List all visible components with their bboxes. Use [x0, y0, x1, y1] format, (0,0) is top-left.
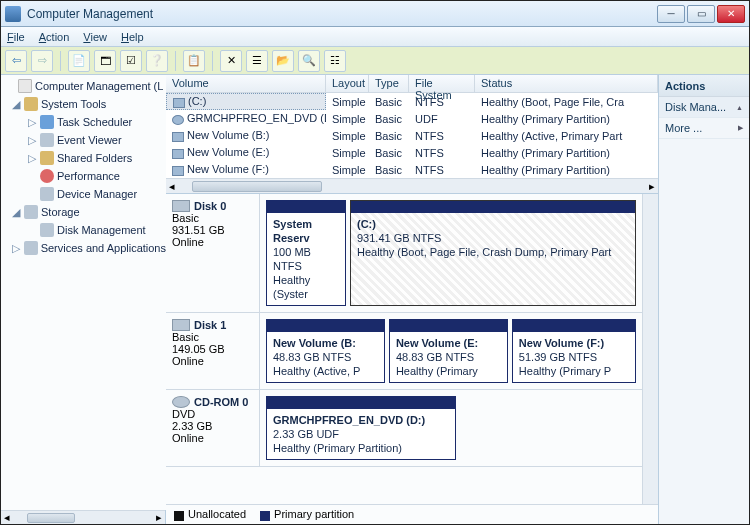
main-area: Computer Management (L ◢System Tools ▷Ta…: [1, 75, 749, 524]
up-button[interactable]: 📄: [68, 50, 90, 72]
settings-button[interactable]: ☰: [246, 50, 268, 72]
tree-event-viewer[interactable]: ▷Event Viewer: [1, 131, 166, 149]
menu-view[interactable]: View: [83, 31, 107, 43]
partition[interactable]: System Reserv100 MB NTFSHealthy (Syster: [266, 200, 346, 306]
tree-services[interactable]: ▷Services and Applications: [1, 239, 166, 257]
collapse-icon: ▲: [736, 104, 743, 111]
tree-shared-folders[interactable]: ▷Shared Folders: [1, 149, 166, 167]
disk-state: Online: [172, 355, 253, 367]
drive-icon: [172, 166, 184, 176]
tree-disk-management[interactable]: Disk Management: [1, 221, 166, 239]
disk-v-scrollbar[interactable]: [642, 194, 658, 504]
title-bar: Computer Management ─ ▭ ✕: [1, 1, 749, 27]
help-button[interactable]: ❔: [146, 50, 168, 72]
tree-label: Performance: [57, 170, 120, 182]
disk-graphical-view[interactable]: Disk 0 Basic 931.51 GB Online System Res…: [166, 194, 642, 504]
disk-size: 2.33 GB: [172, 420, 253, 432]
tree-h-scrollbar[interactable]: ◂▸: [1, 510, 165, 524]
volume-h-scrollbar[interactable]: ◂▸: [166, 178, 658, 193]
part-name: New Volume (E:: [396, 337, 478, 349]
optical-icon: [172, 396, 190, 408]
actions-label: More ...: [665, 122, 702, 134]
vol-status: Healthy (Active, Primary Part: [475, 129, 658, 143]
tree-root-label: Computer Management (L: [35, 80, 163, 92]
col-volume[interactable]: Volume: [166, 75, 326, 92]
tree-storage[interactable]: ◢Storage: [1, 203, 166, 221]
part-size: 2.33 GB UDF: [273, 428, 339, 440]
disk-kind: Basic: [172, 331, 253, 343]
tree-label: Storage: [41, 206, 80, 218]
disk-row[interactable]: CD-ROM 0 DVD 2.33 GB Online GRMCHPFREO_E…: [166, 390, 642, 467]
volume-row[interactable]: GRMCHPFREO_EN_DVD (D:) Simple Basic UDF …: [166, 110, 658, 127]
vol-layout: Simple: [326, 95, 369, 109]
tree-task-scheduler[interactable]: ▷Task Scheduler: [1, 113, 166, 131]
actions-label: Disk Mana...: [665, 101, 726, 113]
volume-list[interactable]: Volume Layout Type File System Status (C…: [166, 75, 658, 194]
disk-partitions: New Volume (B:48.83 GB NTFSHealthy (Acti…: [260, 313, 642, 389]
disk-title: CD-ROM 0: [194, 396, 248, 408]
forward-button[interactable]: ⇨: [31, 50, 53, 72]
disk-partitions: GRMCHPFREO_EN_DVD (D:)2.33 GB UDFHealthy…: [260, 390, 642, 466]
vol-type: Basic: [369, 163, 409, 177]
console-tree[interactable]: Computer Management (L ◢System Tools ▷Ta…: [1, 75, 166, 510]
properties-button[interactable]: ☑: [120, 50, 142, 72]
part-name: GRMCHPFREO_EN_DVD (D:): [273, 414, 425, 426]
col-layout[interactable]: Layout: [326, 75, 369, 92]
actions-item-more[interactable]: More ...▶: [659, 118, 749, 139]
vol-type: Basic: [369, 146, 409, 160]
hdd-icon: [172, 200, 190, 212]
disk-kind: DVD: [172, 408, 253, 420]
menu-help[interactable]: Help: [121, 31, 144, 43]
vol-name: (C:): [188, 95, 206, 107]
vol-name: GRMCHPFREO_EN_DVD (D:): [187, 112, 326, 124]
disk-partitions: System Reserv100 MB NTFSHealthy (Syster …: [260, 194, 642, 312]
hdd-icon: [172, 319, 190, 331]
volume-row[interactable]: New Volume (E:) Simple Basic NTFS Health…: [166, 144, 658, 161]
vol-layout: Simple: [326, 129, 369, 143]
window-controls: ─ ▭ ✕: [657, 5, 745, 23]
folder-button[interactable]: 📂: [272, 50, 294, 72]
vol-layout: Simple: [326, 163, 369, 177]
disk-row[interactable]: Disk 1 Basic 149.05 GB Online New Volume…: [166, 313, 642, 390]
show-hide-button[interactable]: 🗔: [94, 50, 116, 72]
part-name: System Reserv: [273, 218, 312, 244]
part-size: 931.41 GB NTFS: [357, 232, 441, 244]
vol-status: Healthy (Primary Partition): [475, 163, 658, 177]
partition[interactable]: New Volume (F:)51.39 GB NTFSHealthy (Pri…: [512, 319, 636, 383]
part-size: 51.39 GB NTFS: [519, 351, 597, 363]
actions-item-disk[interactable]: Disk Mana...▲: [659, 97, 749, 118]
disk-info: Disk 1 Basic 149.05 GB Online: [166, 313, 260, 389]
refresh-button[interactable]: 📋: [183, 50, 205, 72]
tree-label: Task Scheduler: [57, 116, 132, 128]
volume-row[interactable]: New Volume (B:) Simple Basic NTFS Health…: [166, 127, 658, 144]
col-type[interactable]: Type: [369, 75, 409, 92]
list-button[interactable]: ☷: [324, 50, 346, 72]
partition[interactable]: New Volume (B:48.83 GB NTFSHealthy (Acti…: [266, 319, 385, 383]
tree-device-manager[interactable]: Device Manager: [1, 185, 166, 203]
col-fs[interactable]: File System: [409, 75, 475, 92]
event-icon: [40, 133, 54, 147]
tree-system-tools[interactable]: ◢System Tools: [1, 95, 166, 113]
menu-file[interactable]: File: [7, 31, 25, 43]
partition[interactable]: GRMCHPFREO_EN_DVD (D:)2.33 GB UDFHealthy…: [266, 396, 456, 460]
close-button[interactable]: ✕: [717, 5, 745, 23]
disk-row[interactable]: Disk 0 Basic 931.51 GB Online System Res…: [166, 194, 642, 313]
tree-performance[interactable]: Performance: [1, 167, 166, 185]
menu-action[interactable]: Action: [39, 31, 70, 43]
delete-button[interactable]: ✕: [220, 50, 242, 72]
back-button[interactable]: ⇦: [5, 50, 27, 72]
disk-title: Disk 1: [194, 319, 226, 331]
partition[interactable]: New Volume (E:48.83 GB NTFSHealthy (Prim…: [389, 319, 508, 383]
center-panel: Volume Layout Type File System Status (C…: [166, 75, 659, 524]
actions-pane: Actions Disk Mana...▲ More ...▶: [659, 75, 749, 524]
col-status[interactable]: Status: [475, 75, 658, 92]
find-button[interactable]: 🔍: [298, 50, 320, 72]
partition-selected[interactable]: (C:)931.41 GB NTFSHealthy (Boot, Page Fi…: [350, 200, 636, 306]
part-size: 48.83 GB NTFS: [396, 351, 474, 363]
volume-row[interactable]: (C:) Simple Basic NTFS Healthy (Boot, Pa…: [166, 93, 658, 110]
maximize-button[interactable]: ▭: [687, 5, 715, 23]
tree-label: Services and Applications: [41, 242, 166, 254]
minimize-button[interactable]: ─: [657, 5, 685, 23]
tree-root[interactable]: Computer Management (L: [1, 77, 166, 95]
volume-row[interactable]: New Volume (F:) Simple Basic NTFS Health…: [166, 161, 658, 178]
